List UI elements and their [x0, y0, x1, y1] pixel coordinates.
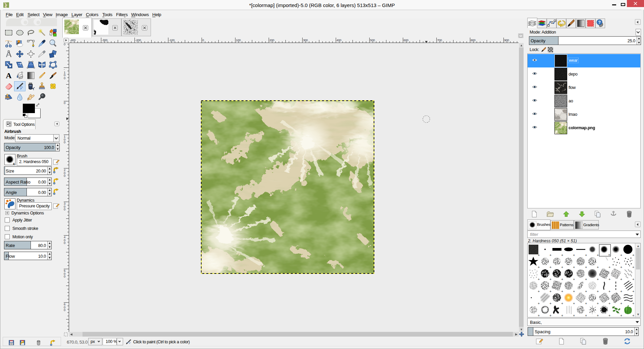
svg-text:A: A [6, 71, 12, 80]
svg-text:?: ? [598, 20, 601, 25]
